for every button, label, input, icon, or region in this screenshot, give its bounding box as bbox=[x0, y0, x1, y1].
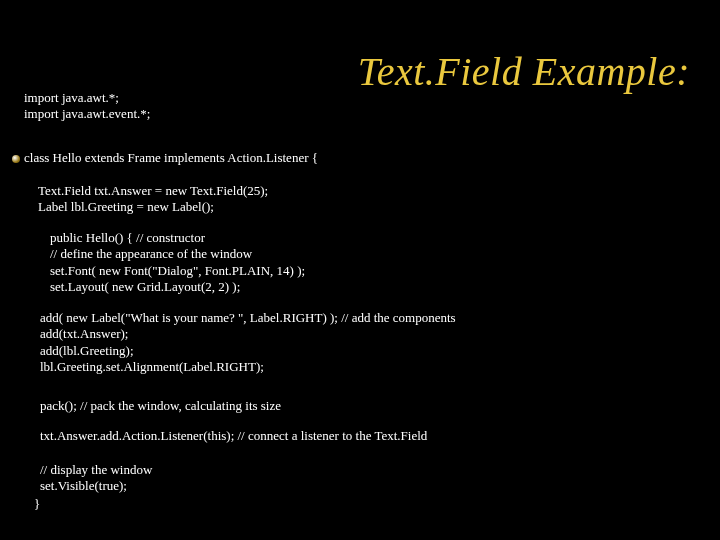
close-brace: } bbox=[34, 496, 40, 512]
code-line: set.Visible(true); bbox=[40, 478, 152, 494]
code-line: // define the appearance of the window bbox=[50, 246, 305, 262]
code-line: set.Layout( new Grid.Layout(2, 2) ); bbox=[50, 279, 305, 295]
code-line: add(txt.Answer); bbox=[40, 326, 456, 342]
code-line: public Hello() { // constructor bbox=[50, 230, 305, 246]
code-line: Label lbl.Greeting = new Label(); bbox=[38, 199, 268, 215]
constructor-block: public Hello() { // constructor // defin… bbox=[50, 230, 305, 295]
code-line: import java.awt.event.*; bbox=[24, 106, 150, 122]
field-declarations: Text.Field txt.Answer = new Text.Field(2… bbox=[38, 183, 268, 216]
class-declaration: class Hello extends Frame implements Act… bbox=[24, 150, 318, 166]
display-block: // display the window set.Visible(true); bbox=[40, 462, 152, 495]
bullet-icon bbox=[12, 155, 20, 163]
code-line: // display the window bbox=[40, 462, 152, 478]
add-components-block: add( new Label("What is your name? ", La… bbox=[40, 310, 456, 375]
code-line: lbl.Greeting.set.Alignment(Label.RIGHT); bbox=[40, 359, 456, 375]
listener-line: txt.Answer.add.Action.Listener(this); //… bbox=[40, 428, 427, 444]
code-line: add( new Label("What is your name? ", La… bbox=[40, 310, 456, 326]
slide: Text.Field Example: import java.awt.*; i… bbox=[0, 0, 720, 540]
code-line: set.Font( new Font("Dialog", Font.PLAIN,… bbox=[50, 263, 305, 279]
code-line: import java.awt.*; bbox=[24, 90, 150, 106]
slide-title: Text.Field Example: bbox=[358, 48, 690, 95]
code-line: Text.Field txt.Answer = new Text.Field(2… bbox=[38, 183, 268, 199]
code-line: add(lbl.Greeting); bbox=[40, 343, 456, 359]
pack-line: pack(); // pack the window, calculating … bbox=[40, 398, 281, 414]
imports-block: import java.awt.*; import java.awt.event… bbox=[24, 90, 150, 123]
